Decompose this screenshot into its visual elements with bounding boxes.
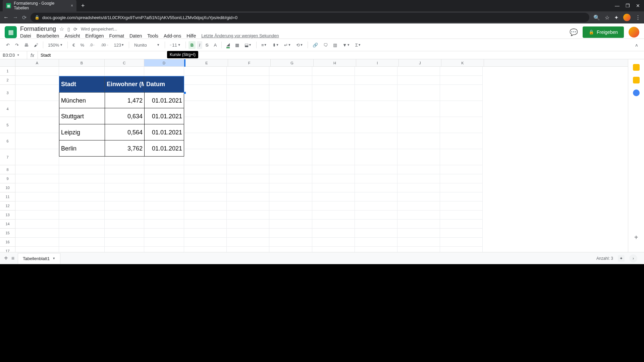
add-sheet-button[interactable]: + — [4, 254, 8, 262]
table-row[interactable]: Stuttgart0,63401.01.2021 — [59, 108, 184, 124]
menu-addons[interactable]: Add-ons — [164, 33, 181, 39]
fill-color-button[interactable]: ◢ — [224, 41, 232, 50]
col-header-E[interactable]: E — [185, 59, 228, 66]
more-formats[interactable]: 123▼ — [112, 41, 126, 49]
share-button[interactable]: Freigeben — [583, 26, 624, 38]
cell[interactable] — [269, 210, 312, 220]
insert-link-icon[interactable]: 🔗 — [311, 41, 320, 49]
cell[interactable] — [15, 238, 59, 247]
row-header[interactable]: 6 — [0, 133, 15, 149]
format-as-percent[interactable]: % — [78, 41, 86, 49]
col-header-K[interactable]: K — [441, 59, 484, 66]
comments-icon[interactable]: 💬 — [570, 28, 578, 36]
cell[interactable] — [312, 149, 355, 165]
cell[interactable] — [312, 101, 355, 117]
cell[interactable] — [227, 210, 269, 220]
cell[interactable] — [355, 117, 397, 133]
cell[interactable] — [105, 165, 144, 174]
cell[interactable] — [397, 210, 440, 220]
cell[interactable] — [184, 101, 227, 117]
cell[interactable] — [269, 165, 312, 174]
cell-city[interactable]: Leipzig — [59, 124, 105, 140]
cell[interactable] — [227, 76, 269, 85]
italic-button[interactable]: I — [197, 41, 202, 49]
cell-date[interactable]: 01.01.2021 — [144, 124, 184, 140]
cell-population[interactable]: 3,762 — [105, 140, 144, 157]
cell[interactable] — [440, 117, 483, 133]
cell[interactable] — [184, 210, 227, 220]
menu-format[interactable]: Format — [109, 33, 124, 39]
menu-insert[interactable]: Einfügen — [85, 33, 104, 39]
cell[interactable] — [269, 76, 312, 85]
row-header[interactable]: 14 — [0, 220, 15, 229]
cell[interactable] — [440, 149, 483, 165]
cell[interactable] — [144, 174, 184, 183]
cell[interactable] — [184, 220, 227, 229]
cell[interactable] — [184, 165, 227, 174]
cell[interactable] — [397, 174, 440, 183]
cell[interactable] — [397, 133, 440, 149]
cell[interactable] — [440, 210, 483, 220]
increase-decimal[interactable]: .00→ — [99, 42, 110, 48]
cell[interactable] — [184, 201, 227, 210]
cell[interactable] — [312, 85, 355, 101]
cell[interactable] — [355, 220, 397, 229]
cell[interactable] — [312, 201, 355, 210]
cell[interactable] — [269, 201, 312, 210]
cell[interactable] — [355, 101, 397, 117]
row-header[interactable]: 4 — [0, 101, 15, 117]
cell[interactable] — [184, 133, 227, 149]
cell[interactable] — [397, 85, 440, 101]
cell[interactable] — [227, 149, 269, 165]
text-wrap-button[interactable]: ↵▼ — [282, 41, 293, 49]
cell[interactable] — [269, 220, 312, 229]
cell[interactable] — [440, 183, 483, 192]
cell[interactable] — [105, 238, 144, 247]
cell[interactable] — [227, 85, 269, 101]
cell[interactable] — [397, 183, 440, 192]
cell[interactable] — [269, 133, 312, 149]
cell[interactable] — [355, 165, 397, 174]
cell[interactable] — [227, 67, 269, 76]
cell[interactable] — [15, 220, 59, 229]
cell[interactable] — [440, 229, 483, 238]
sheets-logo[interactable]: ▦ — [5, 26, 17, 38]
cell[interactable] — [312, 133, 355, 149]
close-tab-icon[interactable]: × — [71, 3, 73, 8]
row-header[interactable]: 12 — [0, 201, 15, 210]
cell[interactable] — [269, 192, 312, 201]
cell[interactable] — [59, 201, 105, 210]
vertical-align-button[interactable]: ⬍▼ — [270, 41, 281, 49]
table-row[interactable]: München1,47201.01.2021 — [59, 92, 184, 108]
cell[interactable] — [440, 67, 483, 76]
maximize-icon[interactable]: ❐ — [626, 3, 630, 8]
cell[interactable] — [397, 76, 440, 85]
sheet-tab-1[interactable]: Tabellenblatt1 ▼ — [18, 253, 60, 264]
cell[interactable] — [312, 192, 355, 201]
cell[interactable] — [15, 149, 59, 165]
table-row[interactable]: Berlin3,76201.01.2021 — [59, 140, 184, 157]
cell[interactable] — [397, 238, 440, 247]
cell[interactable] — [440, 85, 483, 101]
cell-date[interactable]: 01.01.2021 — [144, 92, 184, 108]
cell[interactable] — [59, 220, 105, 229]
cell[interactable] — [184, 238, 227, 247]
cell[interactable] — [105, 210, 144, 220]
cell[interactable] — [355, 133, 397, 149]
cell[interactable] — [59, 174, 105, 183]
cell[interactable] — [440, 76, 483, 85]
bookmark-icon[interactable]: ☆ — [605, 14, 609, 21]
menu-data[interactable]: Daten — [129, 33, 142, 39]
cell[interactable] — [105, 229, 144, 238]
cell[interactable] — [59, 229, 105, 238]
menu-edit[interactable]: Bearbeiten — [37, 33, 59, 39]
col-header-I[interactable]: I — [356, 59, 399, 66]
url-input[interactable]: 🔒 docs.google.com/spreadsheets/d/1L0CRXr… — [31, 13, 589, 22]
cell[interactable] — [312, 165, 355, 174]
cell[interactable] — [355, 183, 397, 192]
cell[interactable] — [15, 67, 59, 76]
cell[interactable] — [144, 192, 184, 201]
collapse-toolbar-icon[interactable]: ʌ — [633, 41, 640, 49]
cell[interactable] — [59, 210, 105, 220]
menu-tools[interactable]: Tools — [147, 33, 158, 39]
